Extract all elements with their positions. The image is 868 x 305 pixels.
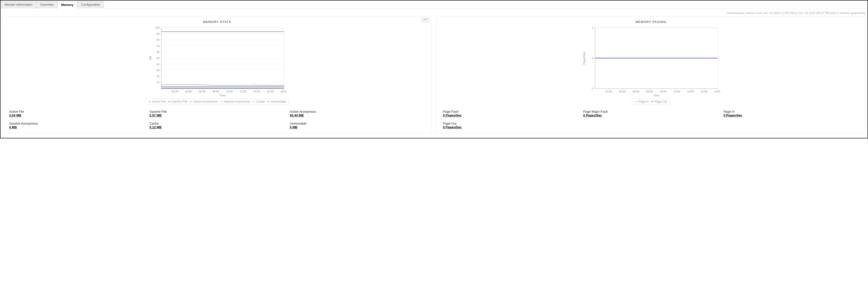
stat-cell: Active Anonymous93.44 MB	[290, 110, 425, 117]
svg-text:08:00: 08:00	[646, 90, 653, 93]
stat-value[interactable]: 5.12 MB	[149, 125, 285, 129]
legend-item[interactable]: —Inactive File	[167, 100, 188, 103]
svg-text:10:00: 10:00	[226, 90, 233, 93]
svg-text:08:00: 08:00	[212, 90, 219, 93]
memory-stats-chart[interactable]: 10203040506070809010002:0004:0006:0008:0…	[148, 26, 286, 97]
stat-cell: Inactive File2.57 MB	[149, 110, 285, 117]
legend-swatch-icon: —	[148, 100, 151, 103]
legend-item[interactable]: —Active File	[148, 100, 166, 103]
legend-label: Cache	[256, 100, 265, 103]
svg-text:30: 30	[157, 69, 159, 72]
legend-swatch-icon: —	[267, 100, 270, 103]
svg-text:14:00: 14:00	[687, 90, 694, 93]
svg-text:18:00: 18:00	[714, 90, 720, 93]
legend-item[interactable]: —Unevictable	[266, 100, 287, 103]
svg-text:12:00: 12:00	[673, 90, 680, 93]
svg-text:MB: MB	[149, 56, 152, 60]
legend-label: Page In	[639, 100, 649, 103]
stat-cell: Page Major Fault0 Pages/Sec	[583, 110, 718, 117]
svg-text:02:00: 02:00	[172, 90, 178, 93]
memory-paging-chart[interactable]: -10102:0004:0006:0008:0010:0012:0014:001…	[582, 26, 720, 97]
memory-stats-values: Active File2.54 MBInactive File2.57 MBAc…	[5, 104, 429, 130]
memory-paging-title: MEMORY PAGING	[439, 18, 863, 26]
legend-label: Inactive Anonymous	[224, 100, 250, 103]
metrics-time-range: Performance metrics from Jun 18,2020 12:…	[0, 8, 868, 16]
tab-monitor-information[interactable]: Monitor Information	[1, 1, 36, 8]
svg-text:06:00: 06:00	[199, 90, 206, 93]
stat-value[interactable]: 0 Pages/Sec	[723, 113, 859, 117]
svg-text:04:00: 04:00	[185, 90, 192, 93]
legend-label: Page Out	[655, 100, 667, 103]
stat-value[interactable]: 0 Pages/Sec	[443, 113, 578, 117]
svg-text:80: 80	[157, 38, 159, 41]
tab-overview[interactable]: Overview	[36, 1, 57, 8]
legend-label: Inactive File	[172, 100, 187, 103]
tab-bar: Monitor Information Overview Memory Conf…	[0, 0, 868, 8]
svg-text:40: 40	[157, 63, 159, 66]
memory-paging-legend: —Page In—Page Out	[632, 99, 670, 104]
legend-item[interactable]: —Active Anonymous	[189, 100, 218, 103]
stat-value[interactable]: 2.57 MB	[149, 113, 285, 117]
stat-cell: Unevictable0 MB	[290, 122, 425, 129]
svg-text:10: 10	[157, 81, 159, 84]
tab-configuration[interactable]: Configuration	[78, 1, 104, 8]
svg-text:100: 100	[155, 26, 159, 29]
stat-value[interactable]: 93.44 MB	[290, 113, 425, 117]
legend-swatch-icon: —	[168, 100, 170, 103]
legend-swatch-icon: —	[252, 100, 255, 103]
stat-value[interactable]: 2.54 MB	[9, 113, 145, 117]
svg-text:18:00: 18:00	[280, 90, 286, 93]
tab-memory[interactable]: Memory	[57, 1, 77, 8]
legend-swatch-icon: —	[634, 100, 638, 103]
stat-label: Page Fault	[443, 110, 578, 113]
legend-swatch-icon: —	[651, 100, 654, 103]
chart-type-icon[interactable]	[421, 18, 430, 23]
legend-label: Unevictable	[271, 100, 286, 103]
svg-text:02:00: 02:00	[605, 90, 612, 93]
memory-paging-panel: MEMORY PAGING -10102:0004:0006:0008:0010…	[436, 16, 866, 133]
svg-text:1: 1	[592, 26, 593, 29]
memory-stats-panel: MEMORY STATS 10203040506070809010002:000…	[2, 16, 432, 133]
memory-stats-legend: —Active File—Inactive File—Active Anonym…	[146, 99, 289, 104]
svg-text:10:00: 10:00	[660, 90, 667, 93]
svg-text:12:00: 12:00	[240, 90, 247, 93]
stat-cell: Cache5.12 MB	[149, 122, 285, 129]
stat-label: Page Major Fault	[583, 110, 718, 113]
stat-value[interactable]: 0 MB	[9, 125, 145, 129]
stat-value[interactable]: 0 MB	[290, 125, 425, 129]
svg-text:16:00: 16:00	[267, 90, 274, 93]
stat-label: Page Out	[443, 122, 578, 125]
stat-label: Active File	[9, 110, 145, 113]
svg-text:16:00: 16:00	[701, 90, 708, 93]
svg-text:90: 90	[157, 32, 159, 35]
legend-item[interactable]: —Cache	[252, 100, 265, 103]
svg-text:20: 20	[157, 75, 159, 78]
legend-item[interactable]: —Inactive Anonymous	[219, 100, 251, 103]
svg-text:Time: Time	[653, 94, 659, 97]
memory-paging-values: Page Fault0 Pages/SecPage Major Fault0 P…	[439, 104, 863, 130]
svg-text:50: 50	[157, 57, 159, 60]
stat-cell: Page Fault0 Pages/Sec	[443, 110, 578, 117]
svg-text:-1: -1	[591, 87, 593, 90]
svg-text:Pages/Sec: Pages/Sec	[583, 52, 586, 65]
stat-label: Inactive Anonymous	[9, 122, 145, 125]
stat-cell: Active File2.54 MB	[9, 110, 145, 117]
svg-text:04:00: 04:00	[619, 90, 626, 93]
stat-value[interactable]: 0 Pages/Sec	[443, 125, 578, 129]
stat-label: Inactive File	[149, 110, 285, 113]
legend-item[interactable]: —Page In	[634, 100, 649, 103]
legend-swatch-icon: —	[220, 100, 223, 103]
stat-value[interactable]: 0 Pages/Sec	[583, 113, 718, 117]
stat-label: Page In	[723, 110, 859, 113]
svg-text:70: 70	[157, 44, 159, 47]
svg-text:14:00: 14:00	[253, 90, 260, 93]
legend-item[interactable]: —Page Out	[650, 100, 668, 103]
svg-text:06:00: 06:00	[632, 90, 640, 93]
svg-text:60: 60	[157, 50, 159, 54]
stat-label: Unevictable	[290, 122, 425, 125]
legend-label: Active Anonymous	[193, 100, 218, 103]
stat-cell: Page In0 Pages/Sec	[723, 110, 859, 117]
stat-cell: Inactive Anonymous0 MB	[9, 122, 145, 129]
stat-label: Active Anonymous	[290, 110, 425, 113]
legend-label: Active File	[152, 100, 166, 103]
